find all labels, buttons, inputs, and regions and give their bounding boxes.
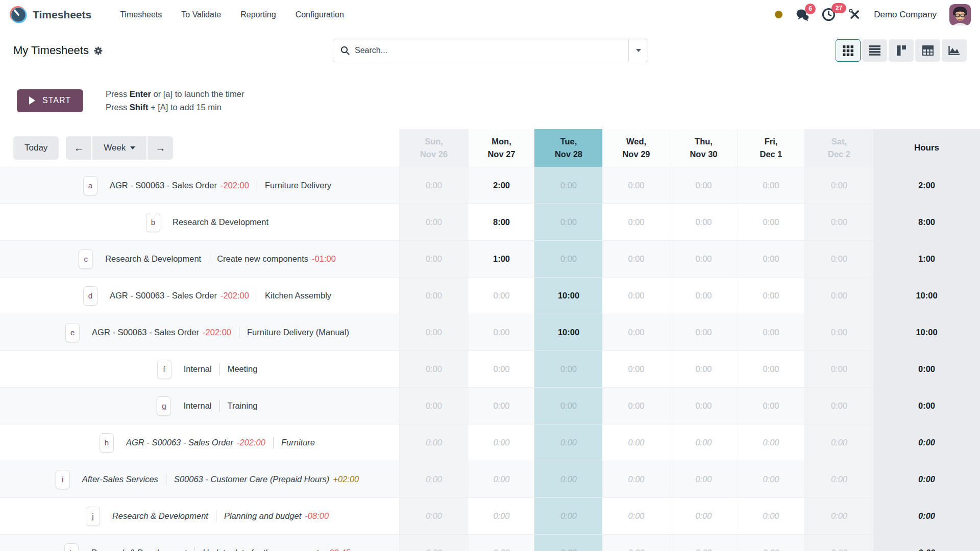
timesheet-cell[interactable]: 0:00 <box>602 424 670 461</box>
timesheet-cell[interactable]: 0:00 <box>737 167 804 204</box>
messages-button[interactable]: 6 <box>795 8 809 21</box>
timesheet-cell[interactable]: 8:00 <box>468 204 534 240</box>
timesheet-cell[interactable]: 0:00 <box>534 204 602 240</box>
timesheet-cell[interactable]: 0:00 <box>399 167 468 204</box>
timesheet-cell[interactable]: 0:00 <box>468 388 534 424</box>
user-avatar[interactable] <box>949 4 971 26</box>
timesheet-cell[interactable]: 0:00 <box>399 204 468 240</box>
next-week-button[interactable]: → <box>148 136 173 160</box>
timesheet-cell[interactable]: 0:00 <box>602 204 670 240</box>
timesheet-cell[interactable]: 1:00 <box>468 241 534 277</box>
today-button[interactable]: Today <box>13 136 59 160</box>
timesheet-cell[interactable]: 0:00 <box>670 167 737 204</box>
timesheet-cell[interactable]: 0:00 <box>670 498 737 534</box>
timesheet-cell[interactable]: 0:00 <box>804 204 873 240</box>
timesheet-cell[interactable]: 0:00 <box>534 461 602 497</box>
timesheet-cell[interactable]: 0:00 <box>602 278 670 314</box>
gear-icon[interactable] <box>94 46 103 55</box>
timesheet-cell[interactable]: 0:00 <box>804 314 873 350</box>
timesheet-cell[interactable]: 0:00 <box>534 167 602 204</box>
timesheet-cell[interactable]: 0:00 <box>468 351 534 387</box>
timesheet-cell[interactable]: 0:00 <box>602 461 670 497</box>
timesheet-cell[interactable]: 0:00 <box>399 535 468 551</box>
timesheet-cell[interactable]: 0:00 <box>737 351 804 387</box>
timesheet-cell[interactable]: 0:00 <box>804 278 873 314</box>
timesheet-cell[interactable]: 0:00 <box>804 241 873 277</box>
timesheet-cell[interactable]: 0:00 <box>399 351 468 387</box>
timesheet-cell[interactable]: 0:00 <box>670 535 737 551</box>
timesheet-cell[interactable]: 0:00 <box>737 424 804 461</box>
timesheet-cell[interactable]: 10:00 <box>534 314 602 350</box>
timesheet-cell[interactable]: 10:00 <box>534 278 602 314</box>
app-menu-button[interactable]: Timesheets <box>9 6 91 24</box>
timesheet-cell[interactable]: 0:00 <box>804 167 873 204</box>
activity-dot-icon[interactable] <box>775 11 782 18</box>
timesheet-cell[interactable]: 0:00 <box>399 278 468 314</box>
timesheet-cell[interactable]: 0:00 <box>670 204 737 240</box>
view-button-kanban[interactable] <box>889 39 914 62</box>
timesheet-cell[interactable]: 0:00 <box>534 388 602 424</box>
timesheet-cell[interactable]: 0:00 <box>399 461 468 497</box>
timesheet-cell[interactable]: 0:00 <box>737 204 804 240</box>
timesheet-cell[interactable]: 0:00 <box>468 424 534 461</box>
timesheet-cell[interactable]: 0:00 <box>602 351 670 387</box>
nav-item-timesheets[interactable]: Timesheets <box>120 10 162 19</box>
timesheet-cell[interactable]: 0:00 <box>534 241 602 277</box>
timesheet-cell[interactable]: 0:00 <box>804 498 873 534</box>
timesheet-cell[interactable]: 0:00 <box>468 461 534 497</box>
search-input[interactable] <box>350 46 628 55</box>
timesheet-cell[interactable]: 0:00 <box>804 351 873 387</box>
timesheet-cell[interactable]: 0:00 <box>670 424 737 461</box>
previous-week-button[interactable]: ← <box>66 136 91 160</box>
timesheet-cell[interactable]: 0:00 <box>602 388 670 424</box>
timesheet-cell[interactable]: 0:00 <box>468 278 534 314</box>
timesheet-cell[interactable]: 0:00 <box>737 388 804 424</box>
timesheet-cell[interactable]: 0:00 <box>468 314 534 350</box>
timesheet-cell[interactable]: 0:00 <box>399 388 468 424</box>
timesheet-cell[interactable]: 0:00 <box>399 241 468 277</box>
timesheet-cell[interactable]: 0:00 <box>804 424 873 461</box>
start-timer-button[interactable]: START <box>17 89 83 112</box>
company-name[interactable]: Demo Company <box>874 10 937 20</box>
timesheet-cell[interactable]: 0:00 <box>602 314 670 350</box>
view-button-list[interactable] <box>862 39 887 62</box>
nav-item-reporting[interactable]: Reporting <box>240 10 276 19</box>
timesheet-cell[interactable]: 0:00 <box>602 241 670 277</box>
nav-item-to-validate[interactable]: To Validate <box>181 10 221 19</box>
timesheet-cell[interactable]: 0:00 <box>399 498 468 534</box>
timesheet-cell[interactable]: 0:00 <box>534 498 602 534</box>
timesheet-cell[interactable]: 0:00 <box>737 498 804 534</box>
timesheet-cell[interactable]: 0:00 <box>602 167 670 204</box>
view-button-grid[interactable] <box>836 39 861 62</box>
timesheet-cell[interactable]: 0:00 <box>602 498 670 534</box>
timesheet-cell[interactable]: 0:00 <box>399 314 468 350</box>
timesheet-cell[interactable]: 0:00 <box>670 351 737 387</box>
view-button-pivot[interactable] <box>915 39 940 62</box>
tools-button[interactable] <box>848 8 861 21</box>
timesheet-cell[interactable]: 0:00 <box>804 461 873 497</box>
timesheet-cell[interactable]: 0:00 <box>468 535 534 551</box>
timesheet-cell[interactable]: 0:00 <box>670 241 737 277</box>
timesheet-cell[interactable]: 0:00 <box>670 278 737 314</box>
timesheet-cell[interactable]: 0:00 <box>737 278 804 314</box>
timesheet-cell[interactable]: 0:00 <box>534 535 602 551</box>
activities-button[interactable]: 27 <box>822 8 836 21</box>
timesheet-cell[interactable]: 0:00 <box>737 461 804 497</box>
timesheet-cell[interactable]: 0:00 <box>737 535 804 551</box>
timesheet-cell[interactable]: 0:00 <box>804 535 873 551</box>
range-select-button[interactable]: Week <box>92 136 146 160</box>
timesheet-cell[interactable]: 0:00 <box>670 314 737 350</box>
timesheet-cell[interactable]: 0:00 <box>399 424 468 461</box>
timesheet-cell[interactable]: 2:00 <box>468 167 534 204</box>
timesheet-cell[interactable]: 0:00 <box>737 314 804 350</box>
timesheet-cell[interactable]: 0:00 <box>670 461 737 497</box>
timesheet-cell[interactable]: 0:00 <box>602 535 670 551</box>
timesheet-cell[interactable]: 0:00 <box>804 388 873 424</box>
view-button-graph[interactable] <box>942 39 967 62</box>
timesheet-cell[interactable]: 0:00 <box>737 241 804 277</box>
search-filters-toggle[interactable] <box>628 39 648 62</box>
nav-item-configuration[interactable]: Configuration <box>296 10 344 19</box>
timesheet-cell[interactable]: 0:00 <box>670 388 737 424</box>
timesheet-cell[interactable]: 0:00 <box>468 498 534 534</box>
timesheet-cell[interactable]: 0:00 <box>534 424 602 461</box>
